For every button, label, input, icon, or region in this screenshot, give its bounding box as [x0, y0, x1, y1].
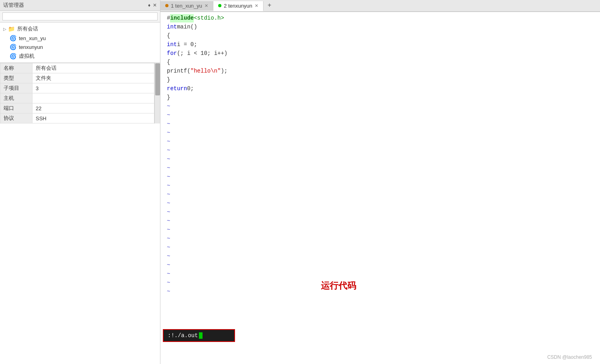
code-tilde-line: ~ [160, 243, 600, 252]
tree-label-virtual: 虚拟机 [19, 53, 34, 60]
run-code-label: 运行代码 [321, 280, 356, 292]
sidebar-header-icons: ♦ ✕ [148, 2, 157, 8]
code-line: } [160, 75, 600, 84]
properties-panel: 名称所有会话类型文件夹子项目3主机端口22协议SSH [0, 63, 154, 123]
code-line: int i = 0; [160, 40, 600, 49]
property-key: 类型 [0, 73, 32, 83]
property-row: 类型文件夹 [0, 73, 154, 83]
code-line: { [160, 31, 600, 40]
server-icon-red-1: 🌀 [10, 35, 16, 41]
watermark: CSDN @laochen985 [547, 354, 592, 360]
sidebar-tree: ▷ 📁 所有会话 🌀 ten_xun_yu 🌀 tenxunyun 🌀 [0, 22, 160, 63]
property-value: 22 [32, 103, 154, 113]
code-tilde-line: ~ [160, 208, 600, 216]
tree-label-all: 所有会话 [17, 25, 38, 32]
code-tilde-line: ~ [160, 252, 600, 261]
properties-table: 名称所有会话类型文件夹子项目3主机端口22协议SSH [0, 63, 154, 123]
code-tilde-line: ~ [160, 155, 600, 164]
tree-item-tenxunyun[interactable]: 🌀 tenxunyun [6, 42, 160, 51]
tab-close-2[interactable]: ✕ [255, 3, 258, 8]
code-line: #include<stdio.h> [160, 14, 600, 22]
tab-label-1: 1 ten_xun_yu [171, 3, 202, 9]
property-row: 主机 [0, 93, 154, 103]
tree-item-ten-xun-yu[interactable]: 🌀 ten_xun_yu [6, 34, 160, 42]
tab-dot-1 [165, 4, 168, 7]
properties-area: 名称所有会话类型文件夹子项目3主机端口22协议SSH [0, 63, 160, 123]
property-value: 3 [32, 83, 154, 93]
sidebar-search-area [0, 11, 160, 22]
tab-close-1[interactable]: ✕ [205, 3, 208, 8]
app-container: 话管理器 ♦ ✕ ▷ 📁 所有会话 🌀 ten_xun_ [0, 0, 600, 364]
code-line: printf("hello\n"); [160, 67, 600, 75]
tab-1[interactable]: 1 ten_xun_yu ✕ [160, 1, 213, 10]
sidebar-title: 话管理器 [3, 2, 24, 9]
code-editor[interactable]: #include<stdio.h>int main(){ int i = 0; … [160, 12, 600, 364]
search-input[interactable] [2, 12, 158, 20]
code-tilde-line: ~ [160, 199, 600, 208]
code-tilde-line: ~ [160, 234, 600, 243]
property-key: 端口 [0, 103, 32, 113]
tab-new-button[interactable]: + [264, 0, 276, 11]
property-row: 端口22 [0, 103, 154, 113]
code-tilde-line: ~ [160, 102, 600, 111]
tab-2[interactable]: 2 tenxunyun ✕ [213, 1, 264, 11]
close-icon[interactable]: ✕ [153, 2, 157, 8]
code-line: } [160, 93, 600, 102]
code-line: { [160, 58, 600, 67]
code-tilde-line: ~ [160, 287, 600, 296]
code-tilde-line: ~ [160, 146, 600, 155]
code-tilde-line: ~ [160, 128, 600, 137]
command-box-area: :!./a.out [163, 329, 235, 342]
code-line: for(; i < 10; i++) [160, 49, 600, 58]
tree-item-all[interactable]: ▷ 📁 所有会话 [0, 24, 160, 34]
tab-label-2: 2 tenxunyun [224, 3, 252, 9]
sidebar: 话管理器 ♦ ✕ ▷ 📁 所有会话 🌀 ten_xun_ [0, 0, 160, 364]
tab-dot-2 [218, 4, 221, 7]
command-text: :!./a.out [168, 332, 198, 339]
property-row: 子项目3 [0, 83, 154, 93]
folder-icon: 📁 [8, 26, 15, 32]
tree-item-virtual[interactable]: 🌀 虚拟机 [6, 51, 160, 61]
property-value [32, 93, 154, 103]
property-key: 协议 [0, 113, 32, 123]
server-icon-red-2: 🌀 [10, 44, 16, 50]
code-tilde-line: ~ [160, 278, 600, 287]
scrollbar-thumb [155, 63, 160, 95]
properties-scrollbar[interactable] [154, 63, 160, 123]
tab-bar: 1 ten_xun_yu ✕ 2 tenxunyun ✕ + [160, 0, 600, 12]
main-content: 1 ten_xun_yu ✕ 2 tenxunyun ✕ + #include<… [160, 0, 600, 364]
command-cursor [199, 332, 203, 339]
property-value: 文件夹 [32, 73, 154, 83]
code-line: return 0; [160, 84, 600, 93]
property-value: 所有会话 [32, 63, 154, 73]
property-row: 名称所有会话 [0, 63, 154, 73]
property-key: 主机 [0, 93, 32, 103]
property-row: 协议SSH [0, 113, 154, 123]
tree-label-ten-xun-yu: ten_xun_yu [19, 35, 46, 41]
code-tilde-line: ~ [160, 190, 600, 199]
code-line: int main() [160, 22, 600, 31]
code-tilde-line: ~ [160, 119, 600, 128]
code-tilde-line: ~ [160, 216, 600, 225]
code-tilde-line: ~ [160, 172, 600, 181]
tree-label-tenxunyun: tenxunyun [19, 44, 43, 50]
pin-icon[interactable]: ♦ [148, 2, 150, 8]
command-box: :!./a.out [163, 329, 235, 342]
code-tilde-line: ~ [160, 164, 600, 172]
code-tilde-line: ~ [160, 261, 600, 269]
code-tilde-line: ~ [160, 137, 600, 146]
code-tilde-line: ~ [160, 111, 600, 119]
property-key: 名称 [0, 63, 32, 73]
code-tilde-line: ~ [160, 269, 600, 278]
code-tilde-line: ~ [160, 225, 600, 234]
code-tilde-line: ~ [160, 181, 600, 190]
sidebar-header: 话管理器 ♦ ✕ [0, 0, 160, 11]
property-key: 子项目 [0, 83, 32, 93]
property-value: SSH [32, 113, 154, 123]
tree-arrow-all: ▷ [3, 27, 6, 31]
server-icon-red-3: 🌀 [10, 53, 16, 59]
